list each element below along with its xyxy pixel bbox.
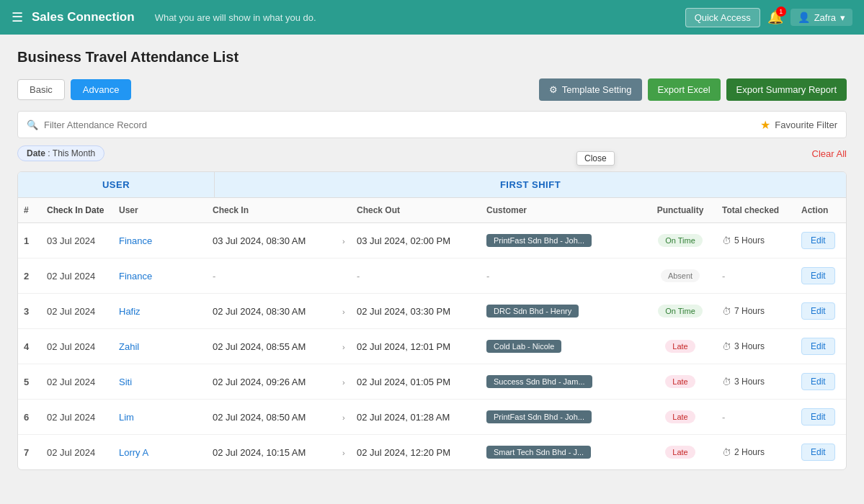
customer-badge: Smart Tech Sdn Bhd - J... bbox=[486, 446, 591, 459]
page-content: Business Travel Attendance List Basic Ad… bbox=[0, 35, 864, 485]
cell-punctuality: Late bbox=[644, 364, 716, 400]
cell-user: Lorry A bbox=[113, 435, 207, 470]
cell-customer: PrintFast Sdn Bhd - Joh... bbox=[481, 223, 644, 258]
cell-date: 02 Jul 2024 bbox=[41, 329, 113, 364]
header: ☰ Sales Connection What you are will sho… bbox=[0, 0, 864, 35]
date-filter-tag[interactable]: Date : This Month bbox=[17, 145, 104, 161]
tab-basic[interactable]: Basic bbox=[17, 79, 65, 100]
cell-total: ⏱2 Hours bbox=[716, 435, 796, 470]
checkout-value: 02 Jul 2024, 12:01 PM bbox=[357, 341, 450, 352]
favourite-filter-button[interactable]: ★ Favourite Filter bbox=[760, 118, 837, 132]
hours-cell: ⏱2 Hours bbox=[722, 447, 790, 458]
cell-total: ⏱3 Hours bbox=[716, 329, 796, 364]
search-icon: 🔍 bbox=[27, 120, 38, 130]
cell-checkout: - bbox=[351, 258, 481, 294]
tab-advance[interactable]: Advance bbox=[71, 79, 132, 100]
edit-button[interactable]: Edit bbox=[801, 338, 835, 355]
punctuality-badge: Late bbox=[665, 340, 695, 353]
search-bar: 🔍 ★ Favourite Filter bbox=[17, 111, 847, 138]
cell-checkout: 02 Jul 2024, 03:30 PM bbox=[351, 294, 481, 329]
edit-button[interactable]: Edit bbox=[801, 302, 835, 320]
cell-checkout: 02 Jul 2024, 01:05 PM bbox=[351, 364, 481, 400]
user-link[interactable]: Finance bbox=[119, 271, 152, 282]
cell-arrow: › bbox=[337, 329, 351, 364]
cell-user: Zahil bbox=[113, 329, 207, 364]
cell-total: ⏱3 Hours bbox=[716, 364, 796, 400]
cell-user: Hafiz bbox=[113, 294, 207, 329]
user-link[interactable]: Finance bbox=[119, 235, 152, 246]
attendance-table: # Check In Date User Check In Check Out … bbox=[18, 198, 846, 469]
search-input[interactable] bbox=[44, 120, 760, 130]
export-excel-button[interactable]: Export Excel bbox=[648, 78, 721, 101]
customer-badge: Cold Lab - Nicole bbox=[486, 340, 561, 353]
user-menu[interactable]: 👤 Zafra ▾ bbox=[790, 9, 852, 26]
quick-access-button[interactable]: Quick Access bbox=[685, 8, 760, 27]
group-user-label: USER bbox=[18, 172, 215, 197]
cell-date: 02 Jul 2024 bbox=[41, 364, 113, 400]
cell-checkin: 02 Jul 2024, 09:26 AM bbox=[207, 364, 337, 400]
cell-action: Edit bbox=[796, 435, 846, 470]
cell-checkin: 02 Jul 2024, 08:55 AM bbox=[207, 329, 337, 364]
checkin-value: 03 Jul 2024, 08:30 AM bbox=[213, 235, 306, 246]
col-header-checkin: Check In bbox=[207, 198, 337, 223]
edit-button[interactable]: Edit bbox=[801, 408, 835, 426]
arrow-icon: › bbox=[342, 343, 345, 351]
col-header-total: Total checked bbox=[716, 198, 796, 223]
checkout-empty: - bbox=[357, 271, 360, 282]
cell-customer: Smart Tech Sdn Bhd - J... bbox=[481, 435, 644, 470]
clear-all-button[interactable]: Clear All bbox=[812, 148, 847, 159]
cell-punctuality: On Time bbox=[644, 223, 716, 258]
filter-date-value: This Month bbox=[53, 148, 95, 158]
cell-checkout: 02 Jul 2024, 12:20 PM bbox=[351, 435, 481, 470]
table-row: 1 03 Jul 2024 Finance 03 Jul 2024, 08:30… bbox=[18, 223, 846, 258]
arrow-icon: › bbox=[342, 237, 345, 246]
checkin-value: 02 Jul 2024, 08:30 AM bbox=[213, 306, 306, 317]
cell-arrow: › bbox=[337, 400, 351, 435]
user-link[interactable]: Hafiz bbox=[119, 306, 141, 317]
customer-badge: PrintFast Sdn Bhd - Joh... bbox=[486, 410, 592, 423]
filter-row: Date : This Month Clear All bbox=[17, 145, 847, 161]
user-link[interactable]: Siti bbox=[119, 377, 132, 387]
toolbar: Basic Advance ⚙ Template Setting Export … bbox=[17, 78, 847, 101]
cell-total: - bbox=[716, 400, 796, 435]
cell-date: 03 Jul 2024 bbox=[41, 223, 113, 258]
edit-button[interactable]: Edit bbox=[801, 232, 835, 249]
export-summary-button[interactable]: Export Summary Report bbox=[726, 78, 847, 101]
clock-icon: ⏱ bbox=[722, 235, 731, 246]
favourite-filter-label: Favourite Filter bbox=[775, 120, 837, 130]
checkin-value: 02 Jul 2024, 09:26 AM bbox=[213, 377, 306, 387]
arrow-icon: › bbox=[342, 413, 345, 422]
edit-button[interactable]: Edit bbox=[801, 373, 835, 390]
table-scroll-area[interactable]: # Check In Date User Check In Check Out … bbox=[18, 198, 846, 469]
template-setting-button[interactable]: ⚙ Template Setting bbox=[539, 78, 642, 101]
cell-num: 2 bbox=[18, 258, 41, 294]
table-row: 4 02 Jul 2024 Zahil 02 Jul 2024, 08:55 A… bbox=[18, 329, 846, 364]
edit-button[interactable]: Edit bbox=[801, 267, 835, 284]
close-tooltip[interactable]: Close bbox=[576, 151, 615, 166]
menu-icon[interactable]: ☰ bbox=[12, 9, 23, 25]
arrow-icon: › bbox=[342, 449, 345, 457]
cell-num: 7 bbox=[18, 435, 41, 470]
cell-customer: DRC Sdn Bhd - Henry bbox=[481, 294, 644, 329]
cell-checkin: 02 Jul 2024, 08:30 AM bbox=[207, 294, 337, 329]
user-link[interactable]: Zahil bbox=[119, 341, 139, 352]
hours-cell: ⏱7 Hours bbox=[722, 306, 790, 317]
punctuality-badge: Late bbox=[665, 446, 695, 459]
header-tagline: What you are will show in what you do. bbox=[155, 12, 677, 23]
user-link[interactable]: Lorry A bbox=[119, 447, 148, 458]
cell-date: 02 Jul 2024 bbox=[41, 400, 113, 435]
cell-punctuality: Absent bbox=[644, 258, 716, 294]
table-row: 3 02 Jul 2024 Hafiz 02 Jul 2024, 08:30 A… bbox=[18, 294, 846, 329]
user-link[interactable]: Lim bbox=[119, 412, 134, 423]
cell-action: Edit bbox=[796, 223, 846, 258]
clock-icon: ⏱ bbox=[722, 306, 731, 317]
notification-container: 🔔 1 bbox=[767, 9, 783, 25]
edit-button[interactable]: Edit bbox=[801, 444, 835, 461]
table-head: # Check In Date User Check In Check Out … bbox=[18, 198, 846, 223]
gear-icon: ⚙ bbox=[549, 84, 558, 95]
col-header-punctuality: Punctuality bbox=[644, 198, 716, 223]
cell-action: Edit bbox=[796, 329, 846, 364]
clock-icon: ⏱ bbox=[722, 341, 731, 352]
user-name: Zafra bbox=[814, 12, 836, 23]
chevron-down-icon: ▾ bbox=[840, 12, 845, 23]
